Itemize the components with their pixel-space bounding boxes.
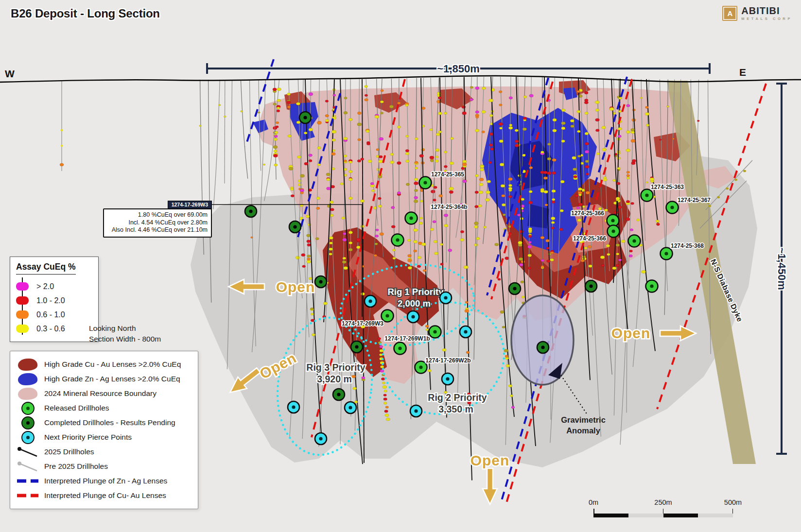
assay-interval-dot [482, 87, 486, 90]
assay-interval-dot [357, 123, 362, 126]
assay-interval-dot [576, 207, 580, 209]
assay-interval-dot [595, 119, 600, 121]
assay-interval-dot [571, 125, 575, 128]
legend-item: Pre 2025 Drillholes [17, 459, 192, 474]
bottom-scalebar: 0m 250m 500m [593, 498, 733, 518]
assay-interval-dot [277, 110, 280, 112]
assay-interval-dot [482, 131, 485, 133]
assay-interval-dot [435, 160, 438, 162]
assay-interval-dot [475, 191, 478, 193]
assay-interval-dot [323, 302, 327, 305]
legend-label: Released Drillholes [44, 403, 109, 413]
assay-interval-dot [309, 159, 312, 162]
assay-interval-dot [529, 167, 533, 169]
assay-interval-dot [586, 191, 590, 194]
east-marker: E [739, 67, 746, 78]
assay-interval-dot [379, 160, 383, 163]
assay-interval-dot [407, 239, 411, 241]
assay-interval-dot [418, 256, 421, 259]
assay-interval-dot [308, 223, 311, 226]
assay-interval-dot [541, 265, 544, 268]
legend-item: 2025 Drillholes [17, 445, 192, 459]
assay-interval-dot [354, 401, 358, 403]
assay-interval-dot [430, 160, 433, 162]
assay-interval-dot [348, 248, 352, 251]
assay-interval-dot [406, 183, 409, 186]
assay-interval-dot [383, 402, 387, 404]
released-drillhole-marker-center [385, 314, 389, 317]
assay-interval-dot [529, 94, 534, 97]
assay-interval-dot [348, 197, 352, 200]
gravimetric-anomaly-label: Anomaly [566, 426, 601, 435]
assay-interval-dot [317, 147, 321, 150]
assay-interval-dot [517, 214, 521, 216]
assay-interval-dot [642, 270, 646, 273]
assay-interval-dot [332, 130, 336, 133]
assay-interval-dot [470, 86, 473, 88]
assay-interval-dot [726, 188, 729, 190]
assay-interval-dot [415, 161, 418, 164]
assay-interval-dot [460, 230, 464, 233]
assay-interval-dot [317, 164, 321, 166]
assay-interval-dot [480, 165, 484, 168]
released-drillhole-marker-center [611, 229, 615, 233]
gravimetric-anomaly-ellipse [511, 295, 574, 385]
assay-interval-dot [430, 228, 434, 231]
assay-interval-dot [629, 250, 633, 252]
assay-interval-dot [466, 351, 470, 354]
assay-interval-dot [672, 138, 675, 139]
released-drillhole-marker-center [423, 181, 427, 184]
assay-interval-dot [444, 151, 447, 154]
assay-interval-dot [382, 382, 385, 384]
assay-interval-dot [552, 172, 556, 174]
assay-interval-dot [575, 194, 578, 197]
assay-interval-dot [361, 292, 365, 295]
assay-interval-dot [365, 99, 368, 101]
assay-interval-dot [617, 167, 620, 170]
assay-interval-dot [632, 159, 636, 162]
assay-interval-dot [449, 190, 453, 193]
assay-interval-dot [518, 241, 522, 244]
assay-interval-dot [397, 191, 400, 194]
assay-interval-dot [300, 189, 304, 192]
assay-interval-dot [380, 365, 384, 368]
assay-interval-dot [450, 162, 453, 165]
assay-interval-dot [609, 107, 614, 110]
assay-interval-dot [551, 217, 556, 220]
assay-interval-dot [274, 138, 278, 140]
released-drillhole-marker-center [664, 252, 668, 255]
assay-interval-dot [552, 189, 556, 192]
assay-interval-dot [588, 245, 592, 248]
assay-interval-dot [479, 191, 483, 194]
assay-interval-dot [380, 349, 383, 352]
assay-interval-dot [275, 131, 278, 134]
assay-interval-dot [277, 99, 281, 102]
circle-swatch [17, 431, 39, 444]
assay-interval-dot [362, 377, 365, 379]
assay-interval-dot [626, 200, 630, 203]
lens-swatch [17, 373, 39, 385]
assay-interval-dot [552, 198, 555, 201]
assay-interval-dot [528, 201, 532, 204]
assay-interval-dot [442, 348, 446, 351]
assay-interval-dot [414, 196, 418, 199]
assay-interval-dot [357, 160, 361, 162]
assay-interval-dot [414, 182, 418, 185]
released-drillhole-marker-center [409, 216, 413, 220]
assay-interval-dot [422, 107, 425, 109]
assay-interval-dot [528, 235, 532, 238]
assay-interval-dot [307, 255, 311, 257]
assay-interval-dot [577, 90, 580, 93]
assay-interval-dot [344, 97, 347, 100]
assay-interval-dot [616, 244, 620, 247]
assay-interval-dot [618, 259, 622, 261]
assay-interval-dot [405, 160, 409, 162]
main-legend: High Grade Cu - Au Lenses >2.0% CuEqHigh… [10, 351, 198, 509]
drillhole-label: 1274-17-269W1b [384, 335, 430, 342]
assay-interval-dot [529, 190, 532, 193]
assay-interval-dot [356, 238, 361, 241]
assay-interval-dot [325, 114, 329, 117]
drillhole-label: 1274-25-366 [571, 210, 604, 217]
assay-interval-dot [521, 281, 524, 283]
assay-interval-dot [560, 180, 565, 183]
